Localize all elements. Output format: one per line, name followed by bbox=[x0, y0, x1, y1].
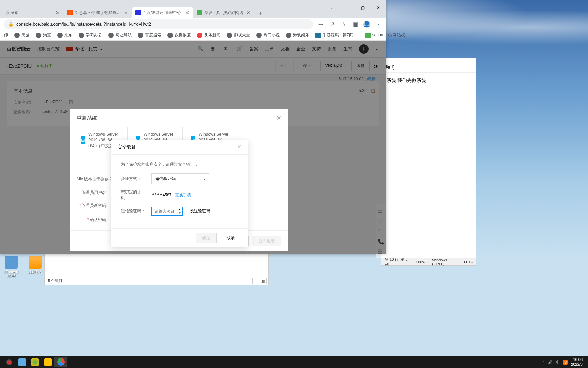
bookmark-item[interactable]: 京东 bbox=[57, 32, 72, 38]
profile-icon[interactable]: 👤 bbox=[363, 21, 370, 28]
close-button[interactable]: ✕ bbox=[371, 3, 386, 13]
verify-method-row: 验证方式： 短信验证码 ⌄ bbox=[121, 173, 238, 184]
taskbar-app-1[interactable] bbox=[16, 357, 29, 367]
taskbar-explorer[interactable] bbox=[42, 357, 54, 367]
windows-taskbar: ^ 🔊 中 S 16:08 2022/8 bbox=[0, 356, 588, 368]
status-position: 第 10 行, 第 8 列 bbox=[385, 257, 409, 267]
bookmark-favicon-icon bbox=[108, 33, 114, 38]
ime-indicator[interactable]: 中 bbox=[556, 359, 560, 365]
change-phone-link[interactable]: 更换手机 bbox=[175, 192, 191, 198]
maximize-button[interactable]: ▢ bbox=[355, 3, 371, 13]
address-bar-actions: ⊶ ↗ ☆ ▣ 👤 ⋮ bbox=[317, 21, 382, 28]
verify-footer: 确定 取消 bbox=[111, 228, 248, 247]
bookmark-favicon-icon bbox=[315, 33, 321, 38]
verify-close-icon[interactable]: ✕ bbox=[237, 144, 241, 150]
modal-close-icon[interactable]: ✕ bbox=[276, 114, 281, 122]
sogou-icon[interactable]: S bbox=[563, 360, 568, 365]
chrome-tabbar: 度搜索 ✕ 钜惠享不停 季度热销爆品特惠 - ✕ 百度智能云-管理中心 ✕ 架设… bbox=[0, 6, 386, 18]
explorer-window[interactable]: 5 个项目 ☰ ▦ bbox=[44, 254, 269, 285]
chrome-address-bar: 🔒 console.bce.baidu.com/ls/#/ls/instance… bbox=[0, 18, 386, 30]
browser-tab-3[interactable]: 架设工具_搜游游网络 ✕ bbox=[193, 7, 255, 18]
bookmark-item[interactable]: 网址导航 bbox=[108, 32, 132, 38]
spinner-up-icon[interactable]: ▲ bbox=[177, 207, 182, 211]
url-text: console.bce.baidu.com/ls/#/ls/instance/d… bbox=[16, 21, 151, 27]
bookmark-item[interactable]: 天猫 bbox=[14, 32, 30, 38]
notepad-content[interactable]: 系统 我们先做系统 bbox=[381, 73, 476, 89]
bookmark-favicon-icon bbox=[36, 33, 41, 38]
bookmark-favicon-icon bbox=[286, 33, 291, 38]
icon-label: kToolAid v2.48 bbox=[2, 270, 20, 278]
tray-expand-icon[interactable]: ^ bbox=[543, 360, 544, 364]
taskbar-chrome[interactable] bbox=[54, 357, 67, 367]
desktop-icon-ktoolaid[interactable]: kToolAid v2.48 bbox=[2, 256, 20, 278]
tab-close-icon[interactable]: ✕ bbox=[246, 10, 251, 15]
taskbar-clock[interactable]: 16:08 2022/8 bbox=[571, 357, 583, 366]
view-icons-icon[interactable]: ▦ bbox=[260, 278, 267, 284]
modal-title: 重装系统 bbox=[77, 115, 97, 121]
taskbar-app-2[interactable] bbox=[29, 357, 42, 367]
chrome-browser-window: 度搜索 ✕ 钜惠享不停 季度热销爆品特惠 - ✕ 百度智能云-管理中心 ✕ 架设… bbox=[0, 0, 386, 254]
clock-time: 16:08 bbox=[571, 357, 583, 362]
browser-tab-2-active[interactable]: 百度智能云-管理中心 ✕ bbox=[132, 7, 193, 18]
bookmark-item[interactable]: 头条新闻 bbox=[197, 32, 220, 38]
verify-method-select[interactable]: 短信验证码 ⌄ bbox=[151, 173, 209, 184]
bookmark-favicon-icon bbox=[14, 33, 20, 38]
share-icon[interactable]: ↗ bbox=[329, 21, 336, 28]
reinstall-submit-button[interactable]: 立即重装 bbox=[252, 236, 281, 246]
bookmark-item[interactable]: 数据恢复 bbox=[167, 32, 191, 38]
tab-close-icon[interactable]: ✕ bbox=[123, 10, 129, 15]
desktop-icons: kToolAid v2.48 360压缩 bbox=[0, 254, 46, 279]
new-tab-button[interactable]: + bbox=[256, 9, 265, 18]
browser-tab-0[interactable]: 度搜索 ✕ bbox=[3, 7, 64, 18]
status-eol: Windows (CRLF) bbox=[432, 258, 457, 266]
bookmark-item[interactable]: 影视大全 bbox=[227, 32, 250, 38]
verify-code-input[interactable] bbox=[154, 209, 175, 214]
bookmark-favicon-icon bbox=[256, 33, 262, 38]
tab-title: 钜惠享不停 季度热销爆品特惠 - bbox=[75, 10, 121, 16]
bookmark-favicon-icon bbox=[227, 33, 232, 38]
minimize-button[interactable]: — bbox=[340, 3, 355, 13]
view-details-icon[interactable]: ☰ bbox=[252, 278, 259, 284]
verify-cancel-button[interactable]: 取消 bbox=[220, 233, 241, 243]
browser-tab-1[interactable]: 钜惠享不停 季度热销爆品特惠 - ✕ bbox=[64, 7, 132, 18]
star-icon[interactable]: ☆ bbox=[340, 21, 347, 28]
desktop-icon-360zip[interactable]: 360压缩 bbox=[26, 256, 44, 278]
verify-confirm-button[interactable]: 确定 bbox=[196, 233, 217, 243]
modal-header: 重装系统 ✕ bbox=[70, 109, 288, 127]
chrome-icon bbox=[57, 358, 65, 366]
menu-icon[interactable]: ⋮ bbox=[375, 21, 382, 28]
app-icon bbox=[5, 256, 18, 269]
url-input[interactable]: 🔒 console.bce.baidu.com/ls/#/ls/instance… bbox=[4, 19, 313, 29]
bookmark-item[interactable]: 师 bbox=[4, 32, 8, 38]
verify-code-label: 短信验证码： bbox=[121, 208, 148, 214]
tab-close-icon[interactable]: ✕ bbox=[184, 10, 190, 15]
tab-title: 百度智能云-管理中心 bbox=[143, 10, 182, 16]
menu-help[interactable]: 助(H) bbox=[385, 64, 395, 70]
dropdown-icon[interactable]: ⌄ bbox=[325, 3, 340, 13]
folder-icon bbox=[44, 358, 52, 366]
bookmark-item[interactable]: 手游源码 - 第7页 -... bbox=[315, 32, 359, 38]
record-indicator[interactable] bbox=[3, 357, 16, 367]
window-controls: ⌄ — ▢ ✕ bbox=[325, 3, 386, 13]
bookmarks-bar: 师 天猫 淘宝 京东 学习办公 网址导航 百度搜索 数据恢复 头条新闻 影视大全… bbox=[0, 30, 386, 41]
verify-title: 安全验证 bbox=[117, 144, 136, 150]
volume-icon[interactable]: 🔊 bbox=[548, 360, 553, 364]
status-zoom: 100% bbox=[416, 260, 425, 264]
bookmark-item[interactable]: 学习办公 bbox=[79, 32, 102, 38]
notepad-window: — 助(H) 系统 我们先做系统 第 10 行, 第 8 列 100% Wind… bbox=[381, 58, 476, 266]
bookmark-item[interactable]: 淘宝 bbox=[36, 32, 51, 38]
bookmark-item[interactable]: 百度搜索 bbox=[138, 32, 161, 38]
bookmark-item[interactable]: 游戏娱乐 bbox=[286, 32, 309, 38]
bookmark-item[interactable]: souuu.cn的网站权... bbox=[365, 32, 409, 38]
bookmark-favicon-icon bbox=[365, 33, 371, 38]
verify-phone-row: 您绑定的手机： *******4587 更换手机 bbox=[121, 189, 238, 201]
key-icon[interactable]: ⊶ bbox=[317, 21, 324, 28]
spinner-down-icon[interactable]: ▼ bbox=[177, 211, 182, 215]
explorer-item-count: 5 个项目 bbox=[45, 277, 66, 285]
notepad-minimize[interactable]: — bbox=[469, 58, 473, 62]
send-code-button[interactable]: 发送验证码 bbox=[186, 206, 214, 216]
verify-hint: 为了保护您的账户安全，请通过安全验证： bbox=[121, 162, 238, 167]
sidepanel-icon[interactable]: ▣ bbox=[352, 21, 359, 28]
bookmark-item[interactable]: 热门小说 bbox=[256, 32, 280, 38]
tab-close-icon[interactable]: ✕ bbox=[55, 10, 61, 15]
